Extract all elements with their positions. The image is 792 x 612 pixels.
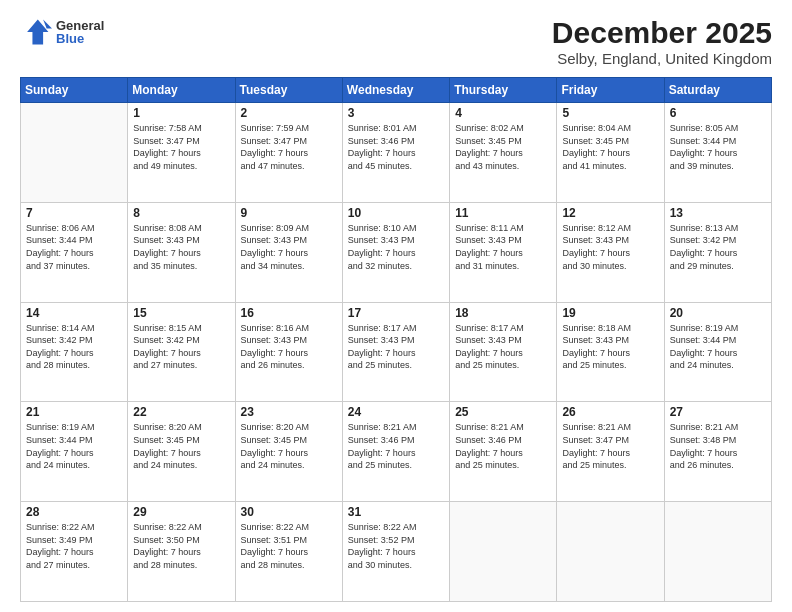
- table-row: [21, 103, 128, 203]
- day-number: 28: [26, 505, 122, 519]
- calendar-week-1: 1Sunrise: 7:58 AMSunset: 3:47 PMDaylight…: [21, 103, 772, 203]
- day-number: 8: [133, 206, 229, 220]
- table-row: [664, 502, 771, 602]
- day-number: 1: [133, 106, 229, 120]
- day-number: 2: [241, 106, 337, 120]
- day-number: 4: [455, 106, 551, 120]
- day-number: 23: [241, 405, 337, 419]
- day-number: 20: [670, 306, 766, 320]
- day-info: Sunrise: 8:22 AMSunset: 3:51 PMDaylight:…: [241, 521, 337, 571]
- day-info: Sunrise: 8:20 AMSunset: 3:45 PMDaylight:…: [133, 421, 229, 471]
- table-row: 22Sunrise: 8:20 AMSunset: 3:45 PMDayligh…: [128, 402, 235, 502]
- table-row: [450, 502, 557, 602]
- table-row: 28Sunrise: 8:22 AMSunset: 3:49 PMDayligh…: [21, 502, 128, 602]
- day-info: Sunrise: 8:10 AMSunset: 3:43 PMDaylight:…: [348, 222, 444, 272]
- table-row: 4Sunrise: 8:02 AMSunset: 3:45 PMDaylight…: [450, 103, 557, 203]
- table-row: 7Sunrise: 8:06 AMSunset: 3:44 PMDaylight…: [21, 202, 128, 302]
- table-row: 26Sunrise: 8:21 AMSunset: 3:47 PMDayligh…: [557, 402, 664, 502]
- day-info: Sunrise: 8:22 AMSunset: 3:52 PMDaylight:…: [348, 521, 444, 571]
- day-number: 7: [26, 206, 122, 220]
- day-number: 3: [348, 106, 444, 120]
- day-number: 27: [670, 405, 766, 419]
- table-row: 30Sunrise: 8:22 AMSunset: 3:51 PMDayligh…: [235, 502, 342, 602]
- table-row: 14Sunrise: 8:14 AMSunset: 3:42 PMDayligh…: [21, 302, 128, 402]
- day-info: Sunrise: 8:04 AMSunset: 3:45 PMDaylight:…: [562, 122, 658, 172]
- day-number: 9: [241, 206, 337, 220]
- table-row: 18Sunrise: 8:17 AMSunset: 3:43 PMDayligh…: [450, 302, 557, 402]
- day-info: Sunrise: 8:21 AMSunset: 3:46 PMDaylight:…: [348, 421, 444, 471]
- day-info: Sunrise: 8:19 AMSunset: 3:44 PMDaylight:…: [26, 421, 122, 471]
- day-info: Sunrise: 7:58 AMSunset: 3:47 PMDaylight:…: [133, 122, 229, 172]
- day-number: 5: [562, 106, 658, 120]
- day-info: Sunrise: 8:01 AMSunset: 3:46 PMDaylight:…: [348, 122, 444, 172]
- table-row: 9Sunrise: 8:09 AMSunset: 3:43 PMDaylight…: [235, 202, 342, 302]
- table-row: 1Sunrise: 7:58 AMSunset: 3:47 PMDaylight…: [128, 103, 235, 203]
- day-number: 26: [562, 405, 658, 419]
- header: General Blue December 2025 Selby, Englan…: [20, 16, 772, 67]
- day-number: 19: [562, 306, 658, 320]
- calendar-header-friday: Friday: [557, 78, 664, 103]
- table-row: 21Sunrise: 8:19 AMSunset: 3:44 PMDayligh…: [21, 402, 128, 502]
- day-info: Sunrise: 8:22 AMSunset: 3:49 PMDaylight:…: [26, 521, 122, 571]
- page: General Blue December 2025 Selby, Englan…: [0, 0, 792, 612]
- day-number: 16: [241, 306, 337, 320]
- day-info: Sunrise: 8:08 AMSunset: 3:43 PMDaylight:…: [133, 222, 229, 272]
- table-row: 17Sunrise: 8:17 AMSunset: 3:43 PMDayligh…: [342, 302, 449, 402]
- day-info: Sunrise: 8:15 AMSunset: 3:42 PMDaylight:…: [133, 322, 229, 372]
- day-info: Sunrise: 8:17 AMSunset: 3:43 PMDaylight:…: [348, 322, 444, 372]
- calendar-header-tuesday: Tuesday: [235, 78, 342, 103]
- main-title: December 2025: [552, 16, 772, 50]
- day-number: 22: [133, 405, 229, 419]
- day-info: Sunrise: 8:18 AMSunset: 3:43 PMDaylight:…: [562, 322, 658, 372]
- day-number: 12: [562, 206, 658, 220]
- title-block: December 2025 Selby, England, United Kin…: [552, 16, 772, 67]
- logo-text: General Blue: [56, 19, 104, 45]
- subtitle: Selby, England, United Kingdom: [552, 50, 772, 67]
- table-row: 2Sunrise: 7:59 AMSunset: 3:47 PMDaylight…: [235, 103, 342, 203]
- calendar-header-wednesday: Wednesday: [342, 78, 449, 103]
- logo-blue-text: Blue: [56, 32, 104, 45]
- table-row: 5Sunrise: 8:04 AMSunset: 3:45 PMDaylight…: [557, 103, 664, 203]
- table-row: 19Sunrise: 8:18 AMSunset: 3:43 PMDayligh…: [557, 302, 664, 402]
- table-row: 3Sunrise: 8:01 AMSunset: 3:46 PMDaylight…: [342, 103, 449, 203]
- day-number: 18: [455, 306, 551, 320]
- day-number: 6: [670, 106, 766, 120]
- table-row: 31Sunrise: 8:22 AMSunset: 3:52 PMDayligh…: [342, 502, 449, 602]
- day-info: Sunrise: 7:59 AMSunset: 3:47 PMDaylight:…: [241, 122, 337, 172]
- table-row: 29Sunrise: 8:22 AMSunset: 3:50 PMDayligh…: [128, 502, 235, 602]
- day-info: Sunrise: 8:06 AMSunset: 3:44 PMDaylight:…: [26, 222, 122, 272]
- table-row: 12Sunrise: 8:12 AMSunset: 3:43 PMDayligh…: [557, 202, 664, 302]
- day-info: Sunrise: 8:12 AMSunset: 3:43 PMDaylight:…: [562, 222, 658, 272]
- day-info: Sunrise: 8:02 AMSunset: 3:45 PMDaylight:…: [455, 122, 551, 172]
- calendar-header-thursday: Thursday: [450, 78, 557, 103]
- calendar-week-5: 28Sunrise: 8:22 AMSunset: 3:49 PMDayligh…: [21, 502, 772, 602]
- day-info: Sunrise: 8:11 AMSunset: 3:43 PMDaylight:…: [455, 222, 551, 272]
- table-row: 13Sunrise: 8:13 AMSunset: 3:42 PMDayligh…: [664, 202, 771, 302]
- day-info: Sunrise: 8:21 AMSunset: 3:47 PMDaylight:…: [562, 421, 658, 471]
- table-row: [557, 502, 664, 602]
- day-info: Sunrise: 8:14 AMSunset: 3:42 PMDaylight:…: [26, 322, 122, 372]
- calendar-week-4: 21Sunrise: 8:19 AMSunset: 3:44 PMDayligh…: [21, 402, 772, 502]
- calendar-header-saturday: Saturday: [664, 78, 771, 103]
- table-row: 15Sunrise: 8:15 AMSunset: 3:42 PMDayligh…: [128, 302, 235, 402]
- day-info: Sunrise: 8:05 AMSunset: 3:44 PMDaylight:…: [670, 122, 766, 172]
- svg-marker-1: [43, 20, 52, 29]
- day-number: 25: [455, 405, 551, 419]
- table-row: 11Sunrise: 8:11 AMSunset: 3:43 PMDayligh…: [450, 202, 557, 302]
- day-info: Sunrise: 8:16 AMSunset: 3:43 PMDaylight:…: [241, 322, 337, 372]
- day-number: 17: [348, 306, 444, 320]
- calendar-table: SundayMondayTuesdayWednesdayThursdayFrid…: [20, 77, 772, 602]
- day-info: Sunrise: 8:21 AMSunset: 3:46 PMDaylight:…: [455, 421, 551, 471]
- day-info: Sunrise: 8:17 AMSunset: 3:43 PMDaylight:…: [455, 322, 551, 372]
- calendar-header-monday: Monday: [128, 78, 235, 103]
- table-row: 23Sunrise: 8:20 AMSunset: 3:45 PMDayligh…: [235, 402, 342, 502]
- calendar-week-3: 14Sunrise: 8:14 AMSunset: 3:42 PMDayligh…: [21, 302, 772, 402]
- day-number: 11: [455, 206, 551, 220]
- day-number: 13: [670, 206, 766, 220]
- table-row: 24Sunrise: 8:21 AMSunset: 3:46 PMDayligh…: [342, 402, 449, 502]
- table-row: 6Sunrise: 8:05 AMSunset: 3:44 PMDaylight…: [664, 103, 771, 203]
- table-row: 25Sunrise: 8:21 AMSunset: 3:46 PMDayligh…: [450, 402, 557, 502]
- table-row: 10Sunrise: 8:10 AMSunset: 3:43 PMDayligh…: [342, 202, 449, 302]
- day-info: Sunrise: 8:21 AMSunset: 3:48 PMDaylight:…: [670, 421, 766, 471]
- table-row: 16Sunrise: 8:16 AMSunset: 3:43 PMDayligh…: [235, 302, 342, 402]
